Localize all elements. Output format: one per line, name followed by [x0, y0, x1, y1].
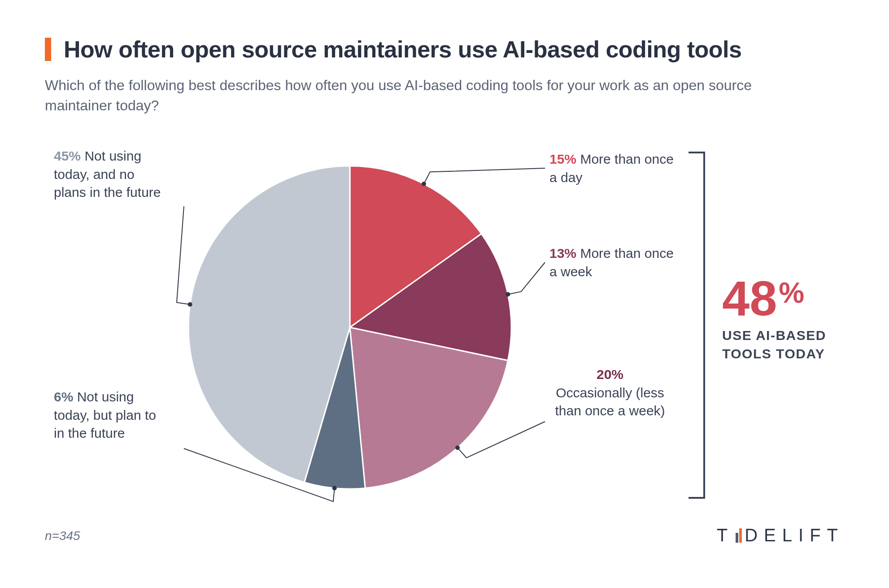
- slice-name-line1: Not using: [77, 389, 134, 404]
- slice-name-line2: than once a week): [543, 402, 677, 420]
- slice-name-line2: today, and no: [54, 166, 179, 184]
- leader-line: [508, 262, 545, 294]
- leader-dot-icon: [188, 302, 192, 307]
- pie-slices: [188, 166, 511, 489]
- group-total: 48% USE AI-BASED TOOLS TODAY: [722, 274, 866, 363]
- chart-area: 15% More than once a day 13% More than o…: [45, 139, 844, 521]
- percent-sign-icon: %: [779, 277, 804, 309]
- sample-size: n=345: [45, 529, 80, 543]
- chart-title: How often open source maintainers use AI…: [64, 36, 741, 63]
- slice-label-not-using-plan-to: 6% Not using today, but plan to in the f…: [54, 388, 179, 443]
- slice-name-line1: Occasionally (less: [543, 384, 677, 402]
- pct-value: 15%: [549, 152, 576, 166]
- brand-text-post: DELIFT: [745, 525, 844, 545]
- slice-label-more-than-once-a-day: 15% More than once a day: [549, 150, 675, 187]
- slice-label-not-using-no-plans: 45% Not using today, and no plans in the…: [54, 147, 179, 202]
- leader-line: [177, 206, 190, 305]
- accent-bar-icon: [45, 38, 51, 61]
- leader-dot-icon: [422, 182, 426, 186]
- slice-name-line1: Not using: [84, 148, 141, 163]
- leader-line: [424, 168, 545, 184]
- group-total-number: 48: [722, 270, 777, 326]
- pct-value: 13%: [549, 246, 576, 261]
- leader-dot-icon: [332, 486, 337, 490]
- brand-text-pre: T: [717, 525, 734, 545]
- group-total-value: 48%: [722, 274, 866, 323]
- title-row: How often open source maintainers use AI…: [45, 36, 844, 63]
- leader-dot-icon: [455, 445, 460, 450]
- group-bracket-icon: [689, 152, 704, 498]
- slice-name-line2: today, but plan to: [54, 406, 179, 425]
- group-total-caption: USE AI-BASED TOOLS TODAY: [722, 327, 866, 363]
- pct-value: 6%: [54, 389, 73, 404]
- chart-subtitle: Which of the following best describes ho…: [45, 75, 780, 116]
- slice-name-line3: in the future: [54, 424, 179, 443]
- pct-value: 45%: [54, 148, 81, 163]
- pct-value: 20%: [597, 367, 623, 382]
- page: How often open source maintainers use AI…: [0, 0, 889, 588]
- slice-label-occasionally: 20% Occasionally (less than once a week): [543, 366, 677, 420]
- brand-logo: TDELIFT: [717, 525, 844, 545]
- slice-label-more-than-once-a-week: 13% More than once a week: [549, 244, 675, 281]
- chart-card: How often open source maintainers use AI…: [18, 18, 871, 570]
- leader-dot-icon: [506, 292, 510, 296]
- header: How often open source maintainers use AI…: [45, 36, 844, 116]
- slice-name-line3: plans in the future: [54, 183, 179, 202]
